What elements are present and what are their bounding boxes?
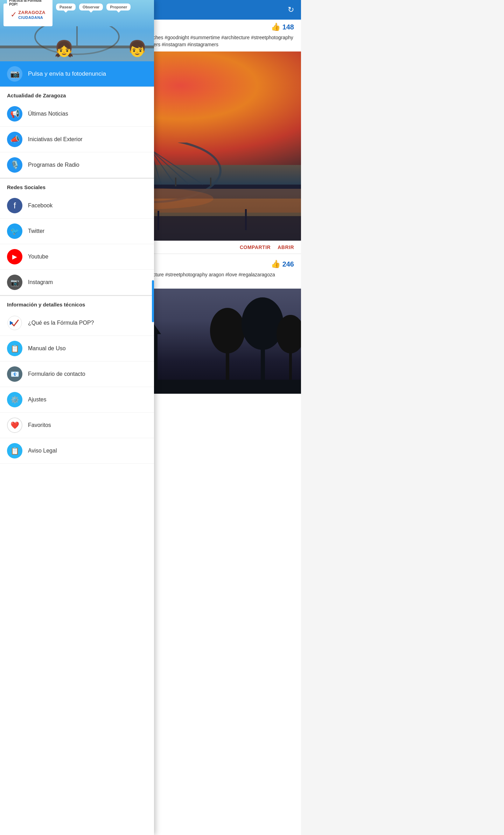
svg-rect-22 bbox=[158, 211, 159, 230]
menu-label-radio: Programas de Radio bbox=[28, 162, 79, 168]
bubble-proponer: Proponer bbox=[106, 4, 131, 11]
banner-formula: Practica la Fórmula POP! bbox=[7, 0, 52, 7]
menu-item-aviso[interactable]: 📋 Aviso Legal bbox=[0, 438, 154, 464]
svg-rect-23 bbox=[245, 209, 247, 230]
bubble-observar: Observar bbox=[79, 4, 103, 11]
menu-item-radio[interactable]: 🎙️ Programas de Radio bbox=[0, 152, 154, 178]
banner-bubbles: Pasear Observar Proponer bbox=[56, 4, 131, 11]
aviso-icon: 📋 bbox=[7, 443, 22, 458]
like-icon-1: 👍 bbox=[271, 22, 280, 32]
like-icon-2: 👍 bbox=[271, 260, 280, 269]
twitter-icon: 🐦 bbox=[7, 223, 22, 239]
menu-item-iniciativas[interactable]: 📣 Iniciativas del Exterior bbox=[0, 127, 154, 152]
logo-line2: CIUDADANA bbox=[18, 15, 46, 20]
menu-label-facebook: Facebook bbox=[28, 202, 52, 209]
section-info: Información y detalles técnicos bbox=[0, 296, 154, 310]
menu-item-formula[interactable]: ¿Qué es la Fórmula POP? bbox=[0, 310, 154, 336]
sidebar-banner: ✓ ZARAGOZA CIUDADANA Practica la Fórmula… bbox=[0, 0, 154, 61]
scroll-indicator bbox=[152, 280, 154, 322]
photo-button[interactable]: 📷 Pulsa y envía tu fotodenuncia bbox=[0, 61, 154, 87]
youtube-icon: ▶ bbox=[7, 249, 22, 264]
menu-label-favoritos: Favoritos bbox=[28, 422, 51, 428]
sidebar: ✓ ZARAGOZA CIUDADANA Practica la Fórmula… bbox=[0, 0, 154, 835]
banner-logo: ✓ ZARAGOZA CIUDADANA Practica la Fórmula… bbox=[4, 4, 52, 26]
facebook-icon: f bbox=[7, 198, 22, 213]
character-left: 👧 bbox=[54, 39, 74, 58]
bubble-pasear: Pasear bbox=[56, 4, 76, 11]
menu-item-manual[interactable]: 📋 Manual de Uso bbox=[0, 336, 154, 361]
favoritos-icon: ❤️ bbox=[7, 418, 22, 433]
svg-line-8 bbox=[150, 150, 175, 185]
menu-item-noticias[interactable]: 📢 Últimas Noticias bbox=[0, 101, 154, 127]
menu-label-iniciativas: Iniciativas del Exterior bbox=[28, 136, 83, 143]
menu-label-formula: ¿Qué es la Fórmula POP? bbox=[28, 320, 94, 326]
menu-label-aviso: Aviso Legal bbox=[28, 448, 57, 454]
menu-label-twitter: Twitter bbox=[28, 228, 44, 234]
svg-point-30 bbox=[210, 308, 245, 353]
svg-rect-14 bbox=[210, 178, 211, 186]
formulario-icon: 📧 bbox=[7, 366, 22, 382]
menu-item-instagram[interactable]: 📷 Instagram bbox=[0, 270, 154, 295]
menu-label-ajustes: Ajustes bbox=[28, 396, 46, 403]
refresh-button[interactable]: ↻ bbox=[288, 5, 294, 14]
menu-item-facebook[interactable]: f Facebook bbox=[0, 193, 154, 219]
svg-rect-13 bbox=[175, 178, 176, 186]
section-redes: Redes Sociales bbox=[0, 178, 154, 193]
open-button-1[interactable]: ABRIR bbox=[278, 244, 294, 250]
instagram-icon: 📷 bbox=[7, 275, 22, 290]
menu-item-favoritos[interactable]: ❤️ Favoritos bbox=[0, 413, 154, 438]
noticias-icon: 📢 bbox=[7, 106, 22, 122]
iniciativas-icon: 📣 bbox=[7, 132, 22, 147]
radio-icon: 🎙️ bbox=[7, 157, 22, 173]
logo-line1: ZARAGOZA bbox=[18, 10, 46, 15]
menu-item-ajustes[interactable]: ⚙️ Ajustes bbox=[0, 387, 154, 413]
logo-checkmark: ✓ bbox=[10, 10, 17, 19]
share-button-1[interactable]: COMPARTIR bbox=[240, 244, 271, 250]
menu-item-formulario[interactable]: 📧 Formulario de contacto bbox=[0, 361, 154, 387]
ajustes-icon: ⚙️ bbox=[7, 392, 22, 407]
menu-label-manual: Manual de Uso bbox=[28, 345, 66, 352]
character-right: 👦 bbox=[127, 39, 147, 58]
menu-item-youtube[interactable]: ▶ Youtube bbox=[0, 244, 154, 270]
section-actualidad: Actualidad de Zaragoza bbox=[0, 87, 154, 101]
post-2-like-count: 246 bbox=[282, 260, 294, 268]
svg-line-10 bbox=[150, 150, 203, 185]
menu-label-formulario: Formulario de contacto bbox=[28, 371, 85, 377]
menu-label-instagram: Instagram bbox=[28, 279, 53, 285]
menu-label-youtube: Youtube bbox=[28, 254, 48, 260]
manual-icon: 📋 bbox=[7, 341, 22, 356]
post-1-like-count: 148 bbox=[282, 23, 294, 31]
photo-btn-label: Pulsa y envía tu fotodenuncia bbox=[28, 70, 106, 77]
menu-item-twitter[interactable]: 🐦 Twitter bbox=[0, 219, 154, 244]
formula-icon bbox=[7, 315, 22, 331]
svg-point-32 bbox=[241, 297, 284, 350]
camera-icon: 📷 bbox=[7, 66, 22, 82]
menu-label-noticias: Últimas Noticias bbox=[28, 111, 68, 117]
